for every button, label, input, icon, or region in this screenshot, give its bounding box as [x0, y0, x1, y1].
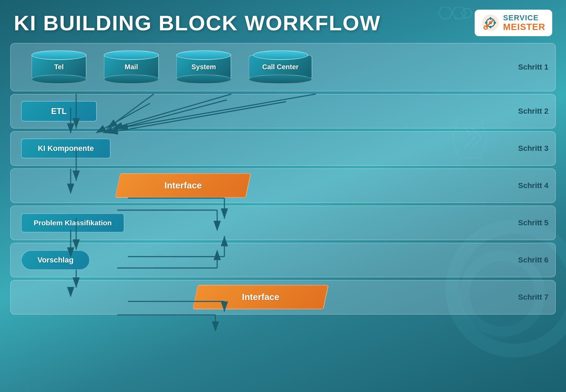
step3-content: KI Komponente Schritt 3 — [10, 131, 556, 166]
etl-block: ETL — [21, 101, 97, 122]
step4-label: Schritt 4 — [518, 181, 548, 190]
step6-content: Vorschlag Schritt 6 — [10, 243, 556, 277]
svg-rect-9 — [485, 22, 487, 24]
step2-content: ETL Schritt 2 — [10, 94, 556, 128]
page-title: KI BUILDING BLOCK WORKFLOW — [14, 11, 381, 35]
svg-rect-8 — [490, 26, 492, 28]
step1-row: Tel Mail System — [10, 43, 556, 91]
cylinder-mail: Mail — [104, 50, 159, 84]
step5-row: Problem Klassifikation Schritt 5 — [10, 206, 556, 240]
cylinder-callcenter-top — [253, 50, 308, 60]
step1-label: Schritt 1 — [518, 63, 548, 72]
step3-row: KI Komponente Schritt 3 — [10, 131, 556, 166]
cylinder-tel-bottom — [31, 74, 87, 84]
step3-label: Schritt 3 — [518, 144, 548, 153]
step5-label: Schritt 5 — [518, 218, 548, 227]
step2-label: Schritt 2 — [518, 107, 548, 116]
cylinder-callcenter: Call Center — [249, 50, 312, 84]
interface2-block: Interface — [192, 285, 329, 309]
step1-content: Tel Mail System — [10, 43, 556, 91]
interface2-label: Interface — [242, 292, 279, 302]
cylinder-system: System — [176, 50, 231, 84]
interface1-block: Interface — [115, 173, 251, 198]
problem-block: Problem Klassifikation — [21, 213, 124, 233]
step6-label: Schritt 6 — [518, 256, 548, 265]
interface1-container: Interface — [118, 173, 249, 198]
step4-content: Interface Schritt 4 — [10, 168, 556, 203]
ki-block: KI Komponente — [21, 138, 111, 158]
step4-row: Interface Schritt 4 — [10, 168, 556, 203]
main-container: KI BUILDING BLOCK WORKFLOW SERVICE MEIST… — [0, 0, 566, 392]
cylinder-system-top — [176, 50, 231, 60]
step7-row: Interface Schritt 7 — [10, 280, 556, 314]
logo-box: SERVICE MEISTER — [475, 10, 552, 36]
logo-icon — [482, 14, 499, 32]
step2-row: ETL Schritt 2 — [10, 94, 556, 128]
header: KI BUILDING BLOCK WORKFLOW SERVICE MEIST… — [0, 0, 566, 43]
cylinder-tel-label: Tel — [54, 63, 63, 71]
cylinder-callcenter-label: Call Center — [262, 63, 299, 71]
logo-service-label: SERVICE — [503, 14, 545, 22]
step7-label: Schritt 7 — [518, 293, 548, 302]
content-area: Tel Mail System — [10, 43, 556, 314]
step6-row: Vorschlag Schritt 6 — [10, 243, 556, 277]
cylinder-tel: Tel — [31, 50, 87, 84]
logo-meister-label: MEISTER — [503, 22, 545, 32]
svg-rect-10 — [494, 22, 496, 24]
cylinder-callcenter-bottom — [249, 74, 312, 84]
step7-content: Interface Schritt 7 — [10, 280, 556, 314]
cylinder-system-bottom — [176, 74, 231, 84]
step5-content: Problem Klassifikation Schritt 5 — [10, 206, 556, 240]
vorschlag-block: Vorschlag — [21, 250, 90, 270]
cylinder-system-label: System — [191, 63, 216, 71]
cylinder-mail-top — [104, 50, 159, 60]
logo-text: SERVICE MEISTER — [503, 14, 545, 32]
cylinder-mail-bottom — [104, 74, 159, 84]
cylinder-tel-top — [31, 50, 87, 60]
cylinder-mail-label: Mail — [125, 63, 138, 71]
svg-rect-7 — [490, 17, 492, 20]
cylinders-container: Tel Mail System — [21, 50, 312, 84]
interface1-label: Interface — [164, 180, 202, 191]
